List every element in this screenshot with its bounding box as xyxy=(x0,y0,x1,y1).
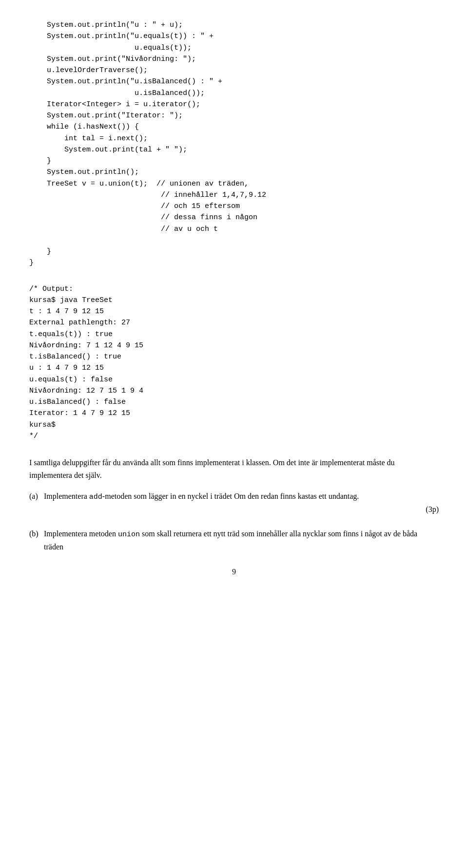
prose-section: I samtliga deluppgifter får du använda a… xyxy=(29,456,439,553)
main-code-block: System.out.println("u : " + u); System.o… xyxy=(29,19,439,269)
output-code-block: /* Output: kursa$ java TreeSet t : 1 4 7… xyxy=(29,283,439,442)
item-a-points: (3p) xyxy=(44,503,439,516)
page-number: 9 xyxy=(29,567,439,576)
item-a: (a) Implementera add-metoden som lägger … xyxy=(29,490,439,521)
item-a-content: Implementera add-metoden som lägger in e… xyxy=(44,490,439,521)
item-b-label: (b) xyxy=(29,528,44,553)
item-a-label: (a) xyxy=(29,490,44,521)
item-b-content: Implementera metoden union som skall ret… xyxy=(44,528,439,553)
item-b: (b) Implementera metoden union som skall… xyxy=(29,528,439,553)
code-section: System.out.println("u : " + u); System.o… xyxy=(29,19,439,442)
item-b-code: union xyxy=(118,530,140,539)
intro-text: I samtliga deluppgifter får du använda a… xyxy=(29,456,439,481)
item-a-code: add xyxy=(89,493,102,501)
